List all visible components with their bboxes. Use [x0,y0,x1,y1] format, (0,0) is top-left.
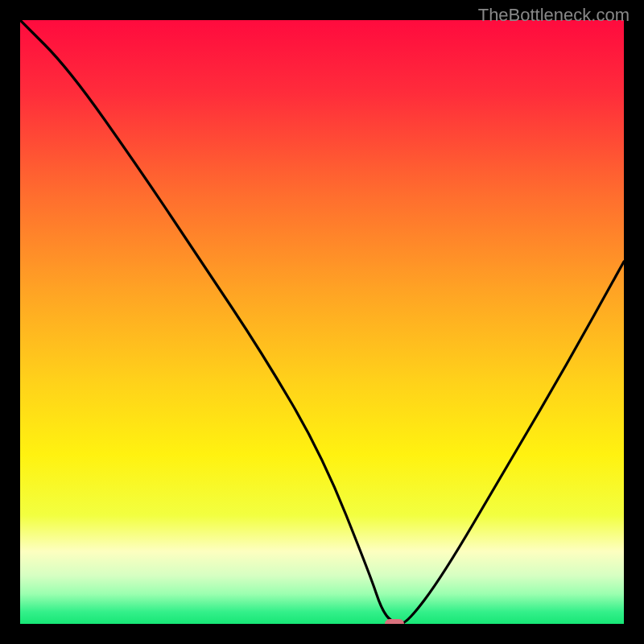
watermark-text: TheBottleneck.com [478,5,630,26]
bottleneck-curve [20,20,624,624]
chart-container: TheBottleneck.com [0,0,644,644]
plot-area [20,20,624,624]
optimal-marker [385,619,404,624]
